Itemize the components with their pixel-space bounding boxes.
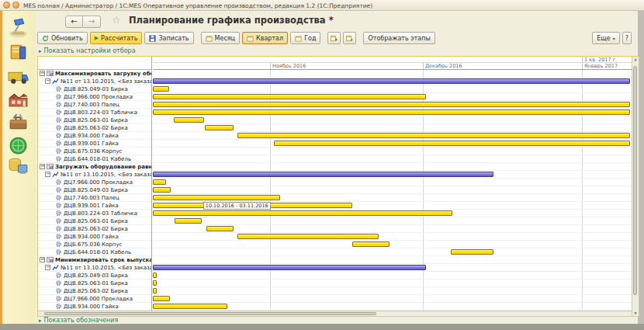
help-button[interactable]: ? — [622, 32, 632, 44]
gantt-bar-operation[interactable] — [153, 210, 452, 216]
horizontal-scrollbar[interactable] — [38, 311, 632, 316]
refresh-button[interactable]: Обновить — [37, 32, 88, 44]
scroll-up-icon[interactable]: ▲ — [632, 57, 639, 61]
tree-row-0-8[interactable]: ДЦВ.939.001 Гайка — [38, 140, 151, 148]
tree-row-0-3[interactable]: ДЦ7.740.003 Палец — [38, 101, 151, 109]
gantt-bar-operation[interactable] — [153, 288, 157, 294]
gantt-bar-order[interactable] — [153, 78, 630, 84]
favorite-star-icon[interactable]: ☆ — [112, 14, 121, 26]
tree-row-1-5[interactable]: ДЦВ.803.224-03 Табличка — [38, 210, 151, 217]
tree-row-2-2[interactable]: ДЦВ.825.063-01 Бирка — [38, 280, 151, 287]
toolbox-icon[interactable] — [7, 112, 29, 133]
truck-icon[interactable] — [7, 66, 29, 87]
expand-toggle-icon[interactable]: − — [45, 78, 50, 84]
tree-row-0-2[interactable]: ДЦ7.966.000 Прокладка — [38, 93, 151, 101]
gantt-bar-operation[interactable] — [352, 241, 390, 247]
tree-row-0-4[interactable]: ДЦВ.803.224-03 Табличка — [38, 109, 151, 116]
tree-row-0-1[interactable]: ДЦВ.825.049-03 Бирка — [38, 85, 151, 93]
tree-row-2-1[interactable]: ДЦВ.825.049-03 Бирка — [38, 272, 151, 280]
tree-row-0-0[interactable]: −№11 от 13.10.2015, <Без заказа>, ДЦБ.64… — [38, 78, 151, 85]
gantt-bar-operation[interactable] — [205, 125, 234, 130]
tree-row-0-9[interactable]: ДЦБ.675.036 Корпус — [38, 148, 151, 155]
window-menu-button[interactable] — [3, 2, 10, 9]
gantt-bar-operation[interactable] — [153, 296, 170, 301]
show-stages-toggle[interactable]: Отображать этапы — [363, 32, 435, 44]
save-button[interactable]: Записать — [144, 32, 193, 44]
expand-toggle-icon[interactable]: − — [40, 257, 45, 262]
gantt-bar-operation[interactable] — [153, 187, 171, 193]
gantt-bar-operation[interactable] — [153, 273, 157, 278]
scale-month-button[interactable]: Месяц — [201, 32, 240, 44]
tree-row-0-7[interactable]: ДЦВ.934.000 Гайка — [38, 132, 151, 140]
tree-row-group-1[interactable]: −Загружать оборудование равномерно — [38, 163, 151, 171]
scale-quarter-button[interactable]: Квартал — [242, 32, 288, 44]
tree-row-0-5[interactable]: ДЦВ.825.063-01 Бирка — [38, 116, 151, 124]
forward-button[interactable]: → — [83, 16, 101, 28]
gantt-bar-order[interactable] — [153, 265, 426, 270]
more-button[interactable]: Еще ▾ — [592, 32, 620, 44]
horizontal-scroll-thumb[interactable] — [44, 312, 376, 315]
tree-row-2-4[interactable]: ДЦ7.966.000 Прокладка — [38, 295, 151, 303]
globe-icon[interactable] — [7, 135, 29, 156]
gantt-bar-operation[interactable] — [153, 86, 169, 92]
tree-row-1-8[interactable]: ДЦВ.934.000 Гайка — [38, 233, 151, 241]
tree-row-1-4[interactable]: ДЦВ.939.001 Гайка — [38, 202, 151, 210]
show-legend-link[interactable]: ▸Показать обозначения — [39, 317, 118, 324]
gantt-bar-operation[interactable] — [175, 218, 202, 224]
expand-toggle-icon[interactable]: − — [45, 172, 50, 177]
gantt-bar-operation[interactable] — [153, 94, 426, 99]
desk-lamp-icon[interactable] — [7, 17, 29, 38]
vertical-scrollbar[interactable]: ▲ ▼ — [632, 57, 639, 316]
window-menu-button-2[interactable] — [12, 2, 19, 9]
tree-row-2-3[interactable]: ДЦВ.825.063-02 Бирка — [38, 287, 151, 295]
documents-icon[interactable] — [7, 41, 29, 62]
zoom-in-scale-button[interactable] — [327, 32, 341, 44]
main-area: ← → ☆ Планирование графика производства … — [36, 11, 638, 324]
gantt-line-icon — [52, 264, 59, 271]
gantt-bar-operation[interactable] — [153, 195, 280, 200]
gantt-bar-operation[interactable] — [153, 102, 630, 107]
expand-toggle-icon[interactable]: − — [40, 164, 45, 169]
tree-row-1-1[interactable]: ДЦ7.966.000 Прокладка — [38, 179, 151, 186]
scroll-down-icon[interactable]: ▼ — [632, 311, 639, 315]
tree-row-label: ДЦВ.825.063-02 Бирка — [64, 226, 128, 232]
tree-row-1-3[interactable]: ДЦ7.740.003 Палец — [38, 194, 151, 202]
tree-row-1-2[interactable]: ДЦВ.825.049-03 Бирка — [38, 186, 151, 194]
back-button[interactable]: ← — [65, 16, 83, 28]
factory-icon[interactable] — [7, 89, 29, 109]
tree-row-0-10[interactable]: ДЦБ.644.018-01 Кабель — [38, 155, 151, 163]
tree-row-1-6[interactable]: ДЦВ.825.063-01 Бирка — [38, 217, 151, 225]
expand-toggle-icon[interactable]: − — [40, 71, 45, 76]
gantt-bar-operation[interactable] — [153, 109, 630, 115]
show-filter-settings-link[interactable]: ▸Показать настройки отбора — [39, 47, 136, 54]
tree-row-0-6[interactable]: ДЦВ.825.063-02 Бирка — [38, 124, 151, 132]
expand-toggle-icon[interactable]: − — [45, 265, 50, 270]
gantt-bar-operation[interactable] — [153, 179, 166, 185]
gantt-row — [153, 241, 632, 248]
gantt-bar-operation[interactable] — [174, 117, 204, 123]
tree-row-1-0[interactable]: −№11 от 13.10.2015, <Без заказа>, ДЦБ.64… — [38, 171, 151, 179]
tree-row-label: ДЦВ.825.049-03 Бирка — [64, 86, 128, 92]
database-icon[interactable] — [7, 155, 29, 176]
tree-row-1-10[interactable]: ДЦБ.644.018-01 Кабель — [38, 248, 151, 256]
vertical-scroll-thumb[interactable] — [633, 66, 637, 295]
tree-row-1-7[interactable]: ДЦВ.825.063-02 Бирка — [38, 225, 151, 233]
gantt-row — [153, 140, 632, 148]
gantt-bar-operation[interactable] — [206, 226, 234, 231]
tree-row-2-5[interactable]: ДЦВ.934.000 Гайка — [38, 303, 151, 311]
gantt-bar-operation[interactable] — [153, 280, 157, 286]
gantt-bar-operation[interactable] — [153, 304, 227, 309]
gantt-bar-order[interactable] — [153, 172, 493, 177]
gantt-bar-operation[interactable] — [237, 234, 378, 239]
tree-row-1-9[interactable]: ДЦБ.675.036 Корпус — [38, 241, 151, 248]
tree-row-group-0[interactable]: −Максимизировать загрузку оборудования — [38, 70, 151, 78]
gantt-bar-operation[interactable] — [274, 141, 630, 146]
tree-row-group-2[interactable]: −Минимизировать срок выпуска — [38, 256, 151, 264]
calculate-button[interactable]: ▶ Рассчитать — [90, 32, 143, 44]
zoom-out-scale-button[interactable] — [343, 32, 356, 44]
gear-icon — [55, 248, 62, 255]
scale-year-button[interactable]: Год — [290, 32, 320, 44]
gantt-bar-operation[interactable] — [237, 133, 630, 138]
tree-row-2-0[interactable]: −№11 от 13.10.2015, <Без заказа>, ДЦБ.64… — [38, 264, 151, 272]
gantt-bar-operation[interactable] — [451, 249, 493, 255]
